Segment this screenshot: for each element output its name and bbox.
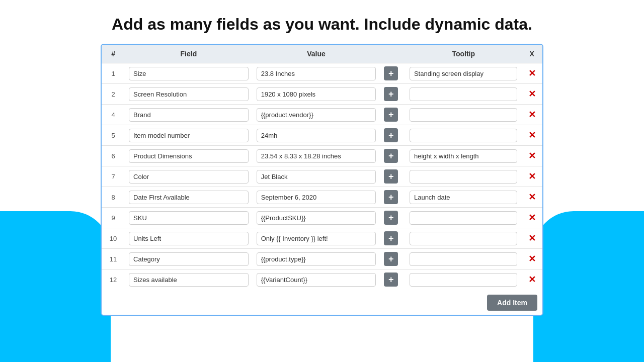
plus-cell: + xyxy=(380,249,406,269)
table-row: 10 + ✕ xyxy=(102,228,542,249)
plus-cell: + xyxy=(380,269,406,290)
value-input[interactable] xyxy=(257,108,376,122)
delete-button[interactable]: ✕ xyxy=(528,233,536,244)
plus-cell: + xyxy=(380,125,406,146)
plus-cell: + xyxy=(380,146,406,166)
tooltip-input[interactable] xyxy=(410,87,518,101)
plus-cell: + xyxy=(380,187,406,208)
plus-button[interactable]: + xyxy=(384,252,398,266)
table-row: 4 + ✕ xyxy=(102,105,542,125)
plus-button[interactable]: + xyxy=(384,211,398,225)
tooltip-cell xyxy=(406,166,522,187)
value-input[interactable] xyxy=(257,191,376,204)
tooltip-input[interactable] xyxy=(410,211,518,225)
delete-cell: ✕ xyxy=(521,249,542,269)
delete-button[interactable]: ✕ xyxy=(528,192,536,203)
col-header-x: X xyxy=(521,45,542,63)
tooltip-input[interactable] xyxy=(410,170,518,184)
field-cell xyxy=(125,208,253,228)
row-num: 6 xyxy=(102,146,125,166)
table-row: 9 + ✕ xyxy=(102,208,542,228)
field-cell xyxy=(125,105,253,125)
field-input[interactable] xyxy=(129,170,249,184)
field-input[interactable] xyxy=(129,129,249,142)
value-input[interactable] xyxy=(257,87,376,101)
plus-button[interactable]: + xyxy=(384,128,398,142)
table-row: 5 + ✕ xyxy=(102,125,542,146)
plus-button[interactable]: + xyxy=(384,87,398,101)
delete-button[interactable]: ✕ xyxy=(528,150,536,161)
field-input[interactable] xyxy=(129,273,249,287)
field-input[interactable] xyxy=(129,232,249,245)
plus-button[interactable]: + xyxy=(384,108,398,122)
tooltip-input[interactable] xyxy=(410,129,518,142)
field-cell xyxy=(125,84,253,105)
field-input[interactable] xyxy=(129,149,249,163)
value-input[interactable] xyxy=(257,273,376,287)
field-input[interactable] xyxy=(129,87,249,101)
value-cell xyxy=(253,208,380,228)
value-cell xyxy=(253,146,380,166)
tooltip-input[interactable] xyxy=(410,232,518,245)
delete-cell: ✕ xyxy=(521,187,542,208)
tooltip-input[interactable] xyxy=(410,67,518,80)
value-input[interactable] xyxy=(257,149,376,163)
delete-cell: ✕ xyxy=(521,166,542,187)
field-cell xyxy=(125,166,253,187)
fields-table: # Field Value Tooltip X 1 + xyxy=(102,45,542,290)
delete-button[interactable]: ✕ xyxy=(528,68,536,79)
tooltip-cell xyxy=(406,146,522,166)
value-cell xyxy=(253,187,380,208)
col-header-num: # xyxy=(102,45,125,63)
tooltip-cell xyxy=(406,125,522,146)
plus-button[interactable]: + xyxy=(384,66,398,80)
table-header-row: # Field Value Tooltip X xyxy=(102,45,542,63)
plus-button[interactable]: + xyxy=(384,149,398,163)
tooltip-input[interactable] xyxy=(410,191,518,204)
delete-button[interactable]: ✕ xyxy=(528,88,536,100)
table-row: 1 + ✕ xyxy=(102,63,542,84)
tooltip-input[interactable] xyxy=(410,149,518,163)
value-input[interactable] xyxy=(257,67,376,80)
table-row: 2 + ✕ xyxy=(102,84,542,105)
value-cell xyxy=(253,228,380,249)
delete-button[interactable]: ✕ xyxy=(528,274,536,285)
table-row: 11 + ✕ xyxy=(102,249,542,269)
field-cell xyxy=(125,249,253,269)
table-row: 8 + ✕ xyxy=(102,187,542,208)
plus-button[interactable]: + xyxy=(384,231,398,245)
plus-cell: + xyxy=(380,208,406,228)
tooltip-input[interactable] xyxy=(410,273,518,287)
plus-cell: + xyxy=(380,63,406,84)
delete-button[interactable]: ✕ xyxy=(528,171,536,182)
delete-button[interactable]: ✕ xyxy=(528,253,536,264)
table-row: 7 + ✕ xyxy=(102,166,542,187)
field-input[interactable] xyxy=(129,211,249,225)
col-header-tooltip: Tooltip xyxy=(406,45,522,63)
delete-cell: ✕ xyxy=(521,105,542,125)
value-input[interactable] xyxy=(257,232,376,245)
delete-button[interactable]: ✕ xyxy=(528,130,536,141)
field-cell xyxy=(125,269,253,290)
value-input[interactable] xyxy=(257,129,376,142)
tooltip-input[interactable] xyxy=(410,252,518,266)
row-num: 8 xyxy=(102,187,125,208)
field-input[interactable] xyxy=(129,191,249,204)
row-num: 7 xyxy=(102,166,125,187)
value-input[interactable] xyxy=(257,252,376,266)
plus-button[interactable]: + xyxy=(384,169,398,184)
row-num: 10 xyxy=(102,228,125,249)
add-item-row: Add Item xyxy=(102,290,542,315)
value-input[interactable] xyxy=(257,170,376,184)
value-input[interactable] xyxy=(257,211,376,225)
delete-button[interactable]: ✕ xyxy=(528,109,536,120)
field-input[interactable] xyxy=(129,108,249,122)
delete-button[interactable]: ✕ xyxy=(528,212,536,223)
field-input[interactable] xyxy=(129,67,249,80)
plus-button[interactable]: + xyxy=(384,190,398,204)
plus-button[interactable]: + xyxy=(384,273,398,287)
field-input[interactable] xyxy=(129,252,249,266)
add-item-button[interactable]: Add Item xyxy=(487,295,537,311)
tooltip-input[interactable] xyxy=(410,108,518,122)
field-cell xyxy=(125,187,253,208)
